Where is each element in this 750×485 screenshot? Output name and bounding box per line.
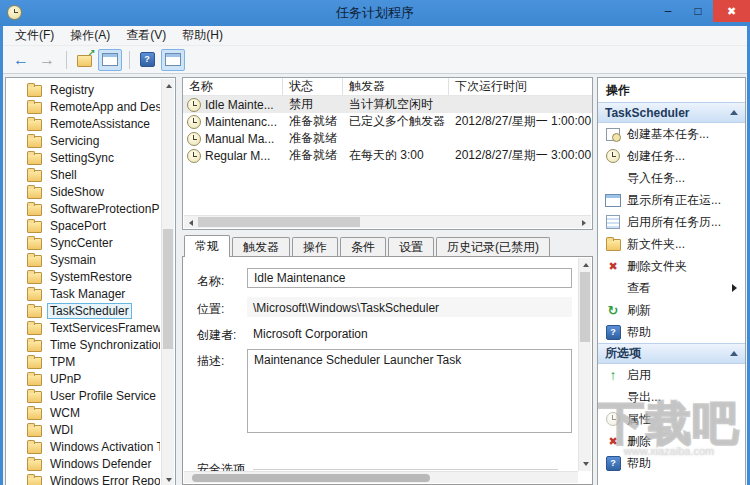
scroll-down-icon[interactable] [162,474,175,485]
table-row[interactable]: Manual Ma... 准备就绪 [183,130,592,147]
close-button[interactable]: ✖ [713,0,750,22]
tree-item[interactable]: Task Manager [6,285,161,302]
column-header[interactable]: 名称 [183,78,283,95]
menu-bar: 文件(F)操作(A)查看(V)帮助(H) [3,26,747,46]
action-item[interactable]: 启用 [598,364,745,386]
tree-item[interactable]: Registry [6,81,161,98]
action-item[interactable]: 创建任务... [598,145,745,167]
tree-item[interactable]: SystemRestore [6,268,161,285]
forward-button[interactable] [35,49,59,71]
properties-tab[interactable]: 条件 [340,237,386,256]
tree-item[interactable]: Shell [6,166,161,183]
properties-tab[interactable]: 常规 [184,235,230,257]
tree-item[interactable]: SettingSync [6,149,161,166]
action-item[interactable]: 刷新 [598,299,745,321]
action-item[interactable]: 导入任务... [598,167,745,189]
scroll-up-icon[interactable] [579,258,592,271]
action-item-label: 启用所有任务历... [627,214,721,231]
action-item-label: 显示所有正在运... [627,192,721,209]
collapse-icon[interactable] [730,106,738,115]
tree-item[interactable]: WDI [6,421,161,438]
tree-item-label: User Profile Service [47,388,159,404]
scroll-down-icon[interactable] [579,458,592,471]
console-tree-toggle[interactable] [98,49,122,71]
menu-item[interactable]: 文件(F) [7,25,62,46]
action-pane-toggle[interactable] [161,49,185,71]
tree-item[interactable]: Windows Defender [6,455,161,472]
toolbar-button-icon [139,53,155,67]
tree-item[interactable]: TaskScheduler [6,302,161,319]
tree-item[interactable]: Time Synchronization [6,336,161,353]
table-row[interactable]: Idle Mainte... 禁用 当计算机空闲时 [183,96,592,113]
tree-item[interactable]: SyncCenter [6,234,161,251]
action-item[interactable]: 删除 [598,430,745,452]
menu-item[interactable]: 帮助(H) [174,25,231,46]
task-name: Manual Ma... [205,132,274,146]
task-name: Regular M... [205,149,270,163]
actions-section-header-selected-item[interactable]: 所选项 [598,343,745,364]
tree-item[interactable]: WCM [6,404,161,421]
column-header[interactable]: 下次运行时间 [449,78,592,95]
scroll-up-icon[interactable] [162,79,175,92]
tree-item[interactable]: User Profile Service [6,387,161,404]
properties-vscrollbar[interactable] [578,258,591,471]
name-field[interactable]: Idle Maintenance [247,268,572,288]
tree-item[interactable]: SideShow [6,183,161,200]
description-field[interactable]: Maintenance Scheduler Launcher Task [247,349,572,433]
maximize-button[interactable]: □ [683,0,713,22]
action-item[interactable]: 帮助 [598,452,745,474]
tree-scrollbar[interactable] [161,79,174,485]
column-header[interactable]: 触发器 [343,78,449,95]
menu-item[interactable]: 操作(A) [62,25,118,46]
tree-item[interactable]: Windows Activation Te [6,438,161,455]
action-item[interactable]: 新文件夹... [598,233,745,255]
properties-tab[interactable]: 历史记录(已禁用) [436,237,550,256]
action-item[interactable]: 导出... [598,386,745,408]
task-name-cell: Manual Ma... [183,132,283,146]
properties-vscroll-thumb[interactable] [580,272,590,342]
table-row[interactable]: Maintenanc... 准备就绪 已定义多个触发器 2012/8/27/星期… [183,113,592,130]
help-button[interactable] [135,49,159,71]
action-item[interactable]: 创建基本任务... [598,123,745,145]
tree-item[interactable]: TextServicesFramewor [6,319,161,336]
properties-tab[interactable]: 操作 [292,237,338,256]
scroll-right-icon[interactable] [578,216,591,229]
folder-icon [26,253,42,267]
action-item[interactable]: 启用所有任务历... [598,211,745,233]
tree-item[interactable]: SoftwareProtectionPla [6,200,161,217]
scroll-left-icon[interactable] [184,216,197,229]
folder-icon [26,100,42,114]
collapse-icon[interactable] [730,347,738,356]
tree-item[interactable]: RemoteAssistance [6,115,161,132]
tree-item[interactable]: UPnP [6,370,161,387]
export-list-button[interactable] [72,49,96,71]
actions-section-header-taskscheduler[interactable]: TaskScheduler [598,102,745,123]
task-list-hscrollbar[interactable] [184,215,591,228]
action-item[interactable]: 显示所有正在运... [598,189,745,211]
properties-hscrollbar[interactable] [184,471,578,483]
tree-item[interactable]: Servicing [6,132,161,149]
action-item[interactable]: 查看 [598,277,745,299]
properties-tab[interactable]: 设置 [388,237,434,256]
properties-hscroll-thumb[interactable] [192,474,430,482]
task-properties-pane: 常规触发器操作条件设置历史记录(已禁用) 名称: Idle Maintenanc… [182,234,593,485]
table-row[interactable]: Regular M... 准备就绪 在每天的 3:00 2012/8/27/星期… [183,147,592,164]
action-item[interactable]: 删除文件夹 [598,255,745,277]
action-item[interactable]: 帮助 [598,321,745,343]
tree-item[interactable]: Windows Error Repor [6,472,161,485]
tree-item-label: SettingSync [47,150,117,166]
tree-item[interactable]: Sysmain [6,251,161,268]
properties-tab[interactable]: 触发器 [232,237,290,256]
tree-scrollbar-thumb[interactable] [163,229,173,349]
back-button[interactable] [9,49,33,71]
tree-item[interactable]: RemoteApp and Desk [6,98,161,115]
tree-item[interactable]: TPM [6,353,161,370]
task-status-cell: 准备就绪 [283,113,343,130]
action-item[interactable]: 属性 [598,408,745,430]
task-list-hscroll-thumb[interactable] [198,217,360,227]
minimize-button[interactable]: – [653,0,683,22]
tree-item[interactable]: SpacePort [6,217,161,234]
column-header[interactable]: 状态 [283,78,343,95]
folder-icon [26,287,42,301]
menu-item[interactable]: 查看(V) [118,25,174,46]
